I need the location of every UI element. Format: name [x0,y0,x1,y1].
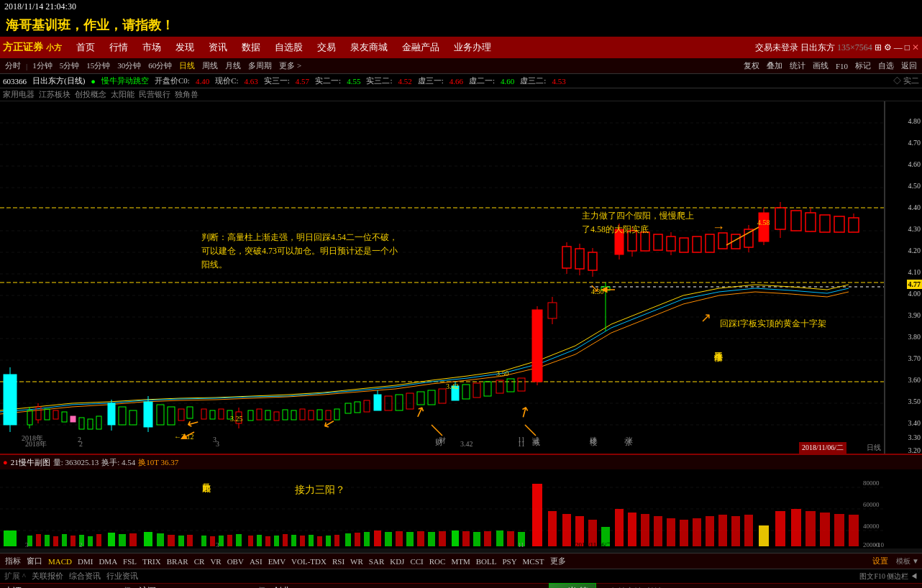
ind-trix[interactable]: TRIX [140,557,163,566]
grid-icon[interactable]: ⊞ [875,42,882,52]
tb-60min[interactable]: 60分钟 [146,60,174,71]
svg-rect-81 [496,380,503,393]
tb-weekly[interactable]: 周线 [200,60,220,71]
ind-wr[interactable]: WR [348,557,365,566]
tag-5[interactable]: 独角兽 [175,89,198,100]
tag-4[interactable]: 民营银行 [139,89,170,100]
ind-roc[interactable]: ROC [427,557,448,566]
ind-macd[interactable]: MACD [46,557,74,566]
nav-watchlist[interactable]: 自选股 [268,38,310,57]
行业资讯[interactable]: 行业资讯 [106,571,138,582]
tb-watchlist[interactable]: 自选 [876,60,896,71]
nav-mall[interactable]: 泉友商城 [343,38,395,57]
svg-rect-163 [70,536,76,546]
ind-vol-tdx[interactable]: VOL-TDX [289,557,329,566]
nav-market1[interactable]: 行情 [102,38,135,57]
tb-stats[interactable]: 统计 [788,60,808,71]
tb-overlay[interactable]: 叠加 [764,60,785,71]
svg-rect-204 [484,531,491,546]
ind-sar[interactable]: SAR [367,557,386,566]
ind-asi[interactable]: ASI [247,557,265,566]
ind-fsl[interactable]: FSL [121,557,139,566]
svg-text:×10: ×10 [874,541,885,548]
ind-indicator[interactable]: 指标 [3,556,23,566]
tb-multi[interactable]: 多周期 [246,60,274,71]
ind-rsi[interactable]: RSI [330,557,347,566]
nav-bar: 首页 行情 市场 发现 资讯 数据 自选股 交易 泉友商城 金融产品 业务办理 [69,38,755,57]
svg-rect-68 [374,395,381,410]
svg-rect-22 [27,410,32,425]
nav-business[interactable]: 业务办理 [447,38,498,57]
ticker-sh-vol: 1770亿 [106,585,132,588]
price-350: 3.50 [908,398,921,405]
svg-rect-199 [428,532,435,546]
ind-psy[interactable]: PSY [500,557,519,566]
ind-window[interactable]: 窗口 [24,556,45,566]
ind-dma[interactable]: DMA [96,557,119,566]
tag-2[interactable]: 创投概念 [75,89,106,100]
current-label: 现价C: [215,75,238,86]
tb-1min[interactable]: 1分钟 [30,60,55,71]
minimize-icon[interactable]: — [894,42,903,52]
tb-draw[interactable]: 画线 [811,60,831,71]
svg-rect-45 [178,409,184,421]
nav-home[interactable]: 首页 [69,38,102,57]
promo-badge[interactable]: En半·简 [549,583,596,589]
expand-toggle[interactable]: 扩展 ^ [4,571,26,582]
ind-boll[interactable]: BOLL [474,557,499,566]
tb-monthly[interactable]: 月线 [223,60,243,71]
nav-data[interactable]: 数据 [234,38,268,57]
ind-more[interactable]: 更多 [548,556,568,566]
tb-fenshi[interactable]: 分时 [3,60,23,71]
price-380: 3.80 [908,333,921,341]
ind-brar[interactable]: BRAR [165,557,191,566]
ind-settings[interactable]: 设置 [870,556,890,566]
svg-rect-162 [62,534,67,546]
svg-rect-205 [496,530,503,546]
tag-3[interactable]: 太阳能 [111,89,134,100]
price-430: 4.30 [908,225,921,233]
tag-1[interactable]: 江苏板块 [39,89,70,100]
ind-vr[interactable]: VR [208,557,223,566]
nav-finance[interactable]: 金融产品 [395,38,447,57]
nav-trade[interactable]: 交易 [310,38,343,57]
tb-fq[interactable]: 复权 [741,60,762,71]
tb-15min[interactable]: 15分钟 [84,60,112,71]
ind-emv[interactable]: EMV [266,557,288,566]
svg-line-151 [525,425,536,436]
open-val: 4.40 [196,77,209,86]
tb-more[interactable]: 更多 > [277,60,303,71]
nav-news[interactable]: 资讯 [201,38,234,57]
ind-mtm[interactable]: MTM [449,557,472,566]
tb-daily[interactable]: 日线 [177,60,197,71]
svg-rect-28 [45,409,50,420]
tb-5min[interactable]: 5分钟 [58,60,82,71]
related-price[interactable]: 关联报价 [32,571,63,582]
svg-text:3.50: 3.50 [496,369,509,377]
svg-rect-90 [562,247,571,268]
svg-rect-61 [309,410,314,420]
tb-bookmark[interactable]: 标记 [853,60,873,71]
ind-mcst[interactable]: MCST [521,557,547,566]
nav-market2[interactable]: 市场 [135,38,168,57]
nav-discover[interactable]: 发现 [168,38,201,57]
ind-dmi[interactable]: DMI [76,557,95,566]
ind-obv[interactable]: OBV [225,557,246,566]
ind-kdj[interactable]: KDJ [388,557,406,566]
tb-30min[interactable]: 30分钟 [115,60,143,71]
price-s3-2: 4.52 [398,77,411,86]
svg-rect-188 [317,536,322,546]
ind-cr[interactable]: CR [192,557,207,566]
login-status[interactable]: 交易未登录 [755,42,798,52]
tb-f10[interactable]: F10 [834,62,850,70]
svg-rect-124 [775,208,785,229]
maximize-icon[interactable]: □ [905,42,910,52]
tag-0[interactable]: 家用电器 [3,89,35,100]
close-icon[interactable]: ✕ [912,42,919,52]
tb-back[interactable]: 返回 [899,60,919,71]
ind-cci[interactable]: CCI [408,557,425,566]
综合资讯[interactable]: 综合资讯 [69,571,101,582]
svg-rect-130 [820,215,830,232]
nav-right-2[interactable]: 日出东方 [800,42,835,52]
gear-icon[interactable]: ⚙ [884,42,892,52]
